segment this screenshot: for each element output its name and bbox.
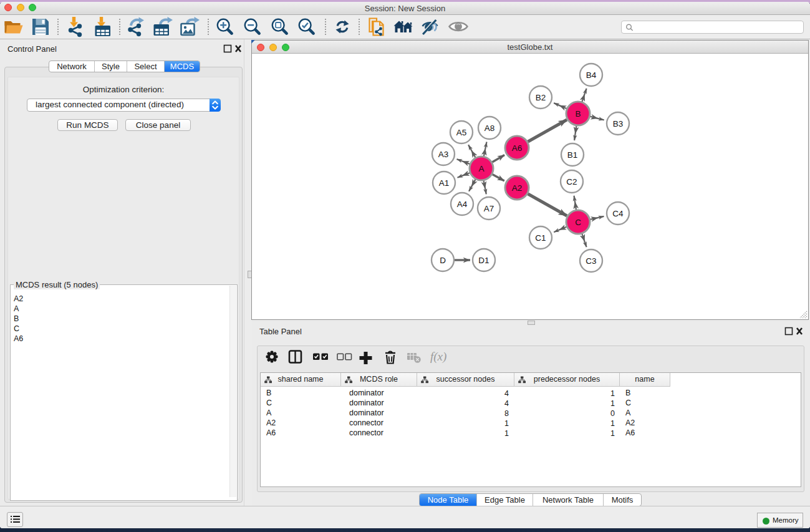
svg-text:A8: A8 (485, 123, 495, 133)
svg-text:C2: C2 (566, 177, 577, 186)
svg-text:D: D (440, 256, 446, 265)
svg-text:B: B (575, 109, 581, 118)
svg-text:C4: C4 (612, 209, 624, 218)
svg-text:A: A (478, 164, 484, 173)
svg-text:C: C (575, 218, 581, 227)
svg-text:B1: B1 (567, 150, 578, 160)
svg-text:A5: A5 (456, 128, 467, 137)
svg-text:A7: A7 (484, 204, 494, 213)
svg-text:C3: C3 (586, 256, 596, 266)
svg-text:B2: B2 (536, 93, 546, 102)
svg-text:A2: A2 (512, 183, 523, 193)
svg-text:B4: B4 (586, 70, 597, 80)
svg-text:f(x): f(x) (430, 350, 446, 364)
svg-text:C1: C1 (535, 233, 546, 243)
svg-text:D1: D1 (478, 256, 489, 265)
svg-text:A4: A4 (457, 200, 468, 209)
svg-text:A6: A6 (512, 143, 523, 153)
svg-text:A1: A1 (439, 178, 450, 188)
svg-text:B3: B3 (613, 119, 624, 128)
svg-text:A3: A3 (438, 150, 449, 159)
